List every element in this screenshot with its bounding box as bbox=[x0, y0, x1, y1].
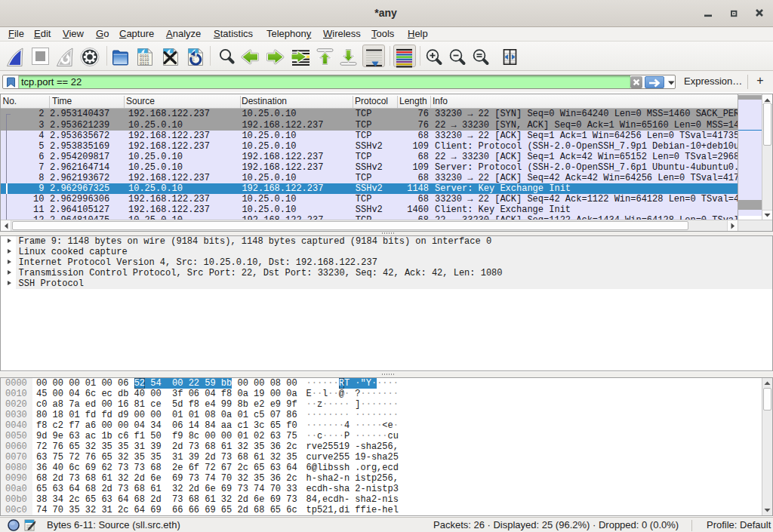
svg-text:0313: 0313 bbox=[140, 62, 149, 66]
